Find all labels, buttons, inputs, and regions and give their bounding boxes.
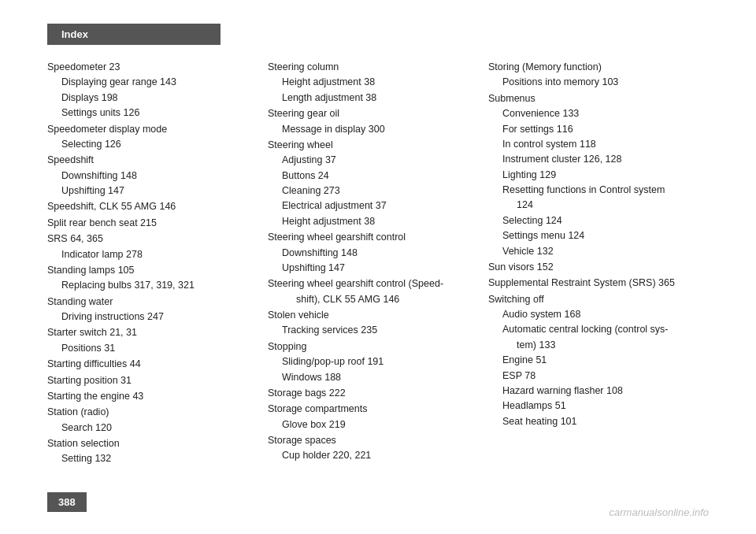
index-entry: Steering column: [268, 60, 480, 75]
index-entry: Replacing bulbs 317, 319, 321: [47, 278, 260, 293]
index-entry: Seat heating 101: [488, 414, 701, 429]
index-entry: SRS 64, 365: [47, 232, 260, 247]
column-3: Storing (Memory function)Positions into …: [488, 59, 709, 467]
column-1: Speedometer 23Displaying gear range 143D…: [47, 59, 268, 467]
index-entry: Vehicle 132: [488, 244, 701, 259]
index-entry: Standing water: [47, 295, 260, 310]
index-entry: Cup holder 220, 221: [268, 448, 480, 463]
index-entry: Selecting 124: [488, 213, 701, 228]
index-entry: Speedshift: [47, 153, 260, 168]
index-entry: Indicator lamp 278: [47, 247, 260, 262]
index-entry: Standing lamps 105: [47, 263, 260, 278]
index-entry: Instrument cluster 126, 128: [488, 152, 701, 167]
index-entry: Downshifting 148: [268, 246, 480, 261]
index-entry: Upshifting 147: [47, 184, 260, 198]
index-entry: Starting position 31: [47, 373, 260, 388]
index-entry: ESP 78: [488, 369, 701, 384]
index-header: Index: [47, 24, 220, 45]
index-entry: Split rear bench seat 215: [47, 216, 260, 231]
index-entry: Adjusting 37: [268, 153, 480, 168]
index-entry: tem) 133: [488, 338, 701, 353]
index-entry: Height adjustment 38: [268, 214, 480, 229]
index-entry: Positions 31: [47, 341, 260, 356]
index-entry: Automatic central locking (control sys-: [488, 322, 701, 337]
index-entry: Station (radio): [47, 405, 260, 420]
index-entry: Station selection: [47, 436, 260, 451]
index-entry: Sun visors 152: [488, 260, 701, 275]
index-entry: Switching off: [488, 292, 701, 307]
index-entry: Starting the engine 43: [47, 389, 260, 404]
index-entry: In control system 118: [488, 137, 701, 152]
index-entry: Storage compartments: [268, 402, 480, 417]
index-label: Index: [61, 28, 88, 40]
index-entry: Storage spaces: [268, 433, 480, 448]
index-entry: shift), CLK 55 AMG 146: [268, 292, 480, 307]
index-entry: Upshifting 147: [268, 261, 480, 276]
index-entry: Convenience 133: [488, 106, 701, 121]
index-entry: Buttons 24: [268, 169, 480, 184]
index-entry: Starter switch 21, 31: [47, 325, 260, 340]
index-entry: Driving instructions 247: [47, 310, 260, 324]
index-entry: Displays 198: [47, 91, 260, 106]
index-entry: Search 120: [47, 421, 260, 436]
index-entry: Storage bags 222: [268, 386, 480, 401]
index-entry: Headlamps 51: [488, 399, 701, 413]
index-entry: Engine 51: [488, 353, 701, 368]
index-entry: Setting 132: [47, 451, 260, 466]
index-entry: Starting difficulties 44: [47, 357, 260, 372]
index-entry: Speedshift, CLK 55 AMG 146: [47, 199, 260, 214]
page-number: 388: [47, 492, 87, 512]
index-entry: Height adjustment 38: [268, 75, 480, 90]
index-entry: Supplemental Restraint System (SRS) 365: [488, 276, 701, 291]
index-entry: Speedometer 23: [47, 60, 260, 75]
index-entry: 124: [488, 198, 701, 213]
index-entry: Lighting 129: [488, 168, 701, 183]
index-entry: Storing (Memory function): [488, 60, 701, 75]
index-entry: Hazard warning flasher 108: [488, 384, 701, 399]
page: Index Speedometer 23Displaying gear rang…: [0, 0, 756, 534]
index-entry: Settings units 126: [47, 106, 260, 121]
index-entry: Steering wheel gearshift control: [268, 230, 480, 245]
index-entry: Displaying gear range 143: [47, 75, 260, 90]
index-entry: Steering wheel: [268, 138, 480, 153]
index-entry: Message in display 300: [268, 122, 480, 137]
index-entry: Submenus: [488, 91, 701, 106]
index-entry: Stolen vehicle: [268, 308, 480, 323]
index-entry: Electrical adjustment 37: [268, 198, 480, 213]
watermark: carmanualsonline.info: [610, 506, 709, 518]
content-area: Speedometer 23Displaying gear range 143D…: [47, 59, 709, 467]
index-entry: Steering wheel gearshift control (Speed-: [268, 276, 480, 291]
index-entry: For settings 116: [488, 122, 701, 137]
index-entry: Cleaning 273: [268, 184, 480, 198]
index-entry: Settings menu 124: [488, 228, 701, 243]
index-entry: Windows 188: [268, 370, 480, 385]
index-entry: Resetting functions in Control system: [488, 183, 701, 198]
column-2: Steering columnHeight adjustment 38Lengt…: [268, 59, 488, 467]
index-entry: Speedometer display mode: [47, 122, 260, 137]
index-entry: Tracking services 235: [268, 323, 480, 338]
index-entry: Stopping: [268, 339, 480, 354]
index-entry: Selecting 126: [47, 137, 260, 152]
index-entry: Steering gear oil: [268, 106, 480, 121]
index-entry: Length adjustment 38: [268, 91, 480, 106]
index-entry: Audio system 168: [488, 307, 701, 322]
index-entry: Downshifting 148: [47, 169, 260, 184]
index-entry: Positions into memory 103: [488, 75, 701, 90]
index-entry: Glove box 219: [268, 417, 480, 432]
index-entry: Sliding/pop-up roof 191: [268, 354, 480, 369]
